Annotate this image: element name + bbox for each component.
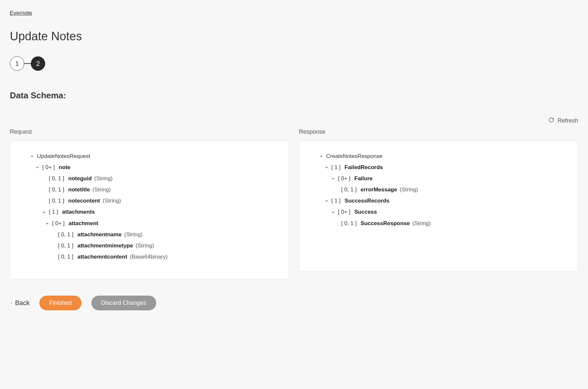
- tree-cardinality: [ 0, 1 ]: [58, 253, 73, 261]
- tree-cardinality: [ 1 ]: [49, 208, 58, 216]
- chevron-down-icon[interactable]: [30, 154, 34, 159]
- tree-name: notetitle: [68, 186, 90, 193]
- tree-type: (String): [124, 231, 142, 238]
- tree-cardinality: [ 0+ ]: [52, 220, 65, 227]
- tree-type: (String): [400, 186, 418, 193]
- tree-name: note: [59, 164, 70, 171]
- tree-cardinality: [ 0, 1 ]: [58, 231, 73, 238]
- chevron-down-icon[interactable]: [331, 176, 335, 181]
- tree-cardinality: [ 0, 1 ]: [58, 242, 73, 249]
- footer-actions: Back Finished Discard Changes: [10, 296, 578, 310]
- tree-name: attachemntcontent: [77, 253, 127, 261]
- tree-name: attachmentname: [77, 231, 122, 238]
- tree-name: Failure: [354, 175, 373, 182]
- tree-name: attachment: [68, 220, 98, 227]
- discard-button[interactable]: Discard Changes: [91, 296, 156, 310]
- request-panel: UpdateNotesRequest [ 0+ ] note [ 0, 1 ] …: [10, 141, 289, 279]
- chevron-down-icon[interactable]: [35, 165, 40, 170]
- tree-name: errorMessage: [361, 186, 397, 193]
- response-column: Response CreateNotesResponse [ 1 ] Faile…: [299, 128, 579, 279]
- finished-button[interactable]: Finished: [39, 296, 81, 310]
- tree-cardinality: [ 0+ ]: [338, 175, 351, 182]
- tree-cardinality: [ 0+ ]: [338, 208, 351, 216]
- page-title: Update Notes: [10, 29, 578, 43]
- tree-cardinality: [ 1 ]: [332, 164, 341, 171]
- tree-type: (String): [94, 175, 113, 182]
- response-panel: CreateNotesResponse [ 1 ] FailedRecords …: [299, 141, 579, 272]
- tree-cardinality: [ 0, 1 ]: [49, 197, 64, 204]
- refresh-button[interactable]: Refresh: [10, 117, 578, 125]
- tree-row-attachment[interactable]: [ 0+ ] attachment: [17, 218, 282, 229]
- tree-row-root[interactable]: UpdateNotesRequest: [17, 151, 282, 162]
- tree-row-successrecords[interactable]: [ 1 ] SuccessRecords: [306, 195, 572, 206]
- breadcrumb-link[interactable]: Evernote: [10, 10, 32, 16]
- tree-row-noteguid[interactable]: [ 0, 1 ] noteguid (String): [17, 173, 282, 184]
- stepper: 1 2: [10, 56, 578, 71]
- tree-name: SuccessResponse: [361, 220, 410, 227]
- response-label: Response: [299, 128, 579, 135]
- chevron-down-icon[interactable]: [45, 221, 49, 226]
- step-connector: [24, 63, 31, 64]
- tree-row-note[interactable]: [ 0+ ] note: [17, 162, 282, 173]
- tree-name: SuccessRecords: [345, 197, 389, 204]
- tree-type: (String): [136, 242, 154, 249]
- request-column: Request UpdateNotesRequest [ 0+ ] note [: [10, 128, 289, 279]
- step-2[interactable]: 2: [31, 56, 45, 71]
- tree-type: (String): [412, 220, 431, 227]
- section-title: Data Schema:: [10, 90, 578, 101]
- tree-row-attachmentmimetype[interactable]: [ 0, 1 ] attachmentmimetype (String): [17, 240, 282, 251]
- tree-row-root[interactable]: CreateNotesResponse: [306, 151, 572, 162]
- request-label: Request: [10, 128, 289, 135]
- tree-row-success[interactable]: [ 0+ ] Success: [306, 206, 572, 218]
- refresh-icon: [548, 117, 554, 125]
- tree-cardinality: [ 0, 1 ]: [341, 186, 357, 193]
- tree-type: (String): [103, 197, 121, 204]
- chevron-down-icon[interactable]: [324, 165, 329, 170]
- tree-name: UpdateNotesRequest: [37, 153, 90, 160]
- tree-row-attachmentname[interactable]: [ 0, 1 ] attachmentname (String): [17, 229, 282, 240]
- tree-cardinality: [ 0+ ]: [42, 164, 55, 171]
- tree-row-successresponse[interactable]: [ 0, 1 ] SuccessResponse (String): [306, 218, 572, 229]
- tree-row-failedrecords[interactable]: [ 1 ] FailedRecords: [306, 162, 572, 173]
- step-1[interactable]: 1: [10, 56, 24, 71]
- tree-name: notecontent: [68, 197, 100, 204]
- tree-cardinality: [ 1 ]: [332, 197, 341, 204]
- tree-name: attachments: [62, 208, 95, 216]
- tree-row-notetitle[interactable]: [ 0, 1 ] notetitle (String): [17, 184, 282, 195]
- tree-cardinality: [ 0, 1 ]: [341, 220, 357, 227]
- tree-type: (Base64binary): [130, 253, 167, 261]
- tree-row-errormessage[interactable]: [ 0, 1 ] errorMessage (String): [306, 184, 572, 195]
- tree-name: FailedRecords: [345, 164, 383, 171]
- chevron-down-icon[interactable]: [319, 154, 324, 159]
- chevron-down-icon[interactable]: [42, 210, 46, 215]
- refresh-label: Refresh: [558, 117, 578, 124]
- tree-name: Success: [354, 208, 377, 216]
- tree-row-failure[interactable]: [ 0+ ] Failure: [306, 173, 572, 184]
- chevron-down-icon[interactable]: [331, 210, 335, 215]
- tree-type: (String): [92, 186, 111, 193]
- tree-name: noteguid: [68, 175, 92, 182]
- chevron-down-icon[interactable]: [324, 199, 329, 203]
- tree-row-attachemntcontent[interactable]: [ 0, 1 ] attachemntcontent (Base64binary…: [17, 251, 282, 263]
- chevron-left-icon: [10, 301, 13, 305]
- tree-row-attachments[interactable]: [ 1 ] attachments: [17, 206, 282, 218]
- back-label: Back: [15, 299, 29, 307]
- tree-name: attachmentmimetype: [77, 242, 133, 249]
- back-button[interactable]: Back: [10, 299, 29, 307]
- tree-cardinality: [ 0, 1 ]: [49, 186, 64, 193]
- tree-row-notecontent[interactable]: [ 0, 1 ] notecontent (String): [17, 195, 282, 206]
- tree-name: CreateNotesResponse: [326, 153, 383, 160]
- tree-cardinality: [ 0, 1 ]: [49, 175, 64, 182]
